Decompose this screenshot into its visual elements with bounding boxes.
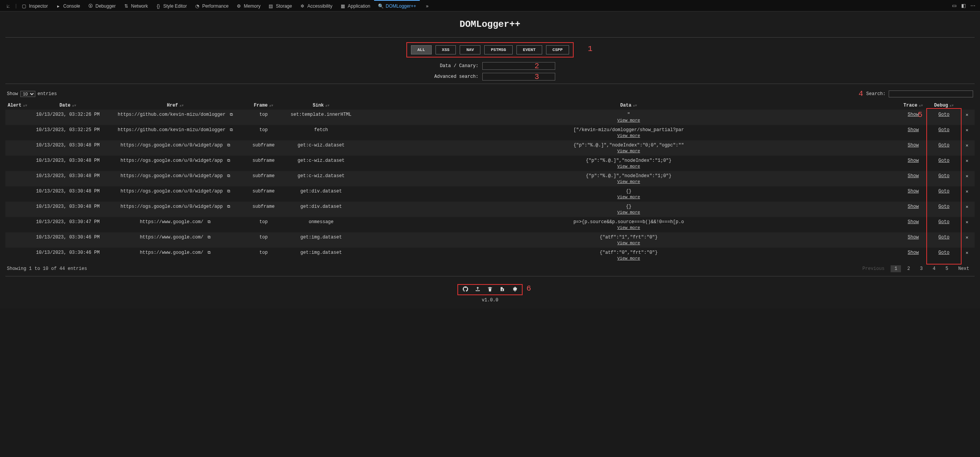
view-more-link[interactable]: View more [362, 133, 896, 138]
show-trace-link[interactable]: Show [908, 127, 919, 133]
filter-pstmsg-button[interactable]: PSTMSG [484, 45, 513, 54]
external-link-icon[interactable]: ⧉ [227, 174, 230, 178]
goto-debug-link[interactable]: Goto [939, 173, 950, 179]
view-more-link[interactable]: View more [362, 225, 896, 230]
table-search-input[interactable] [889, 90, 973, 97]
tab-domlogger-[interactable]: 🔍DOMLogger++ [374, 0, 420, 11]
table-row: 10/13/2023, 03:30:48 PMhttps://ogs.googl… [5, 156, 975, 171]
col-date-header[interactable]: Date▲▼ [30, 101, 106, 110]
view-more-link[interactable]: View more [362, 241, 896, 245]
tab-inspector[interactable]: ▢Inspector [17, 0, 51, 11]
tab-application[interactable]: ▦Application [336, 0, 374, 11]
import-icon[interactable] [475, 286, 480, 293]
more-tools-icon[interactable]: » [421, 0, 434, 11]
show-trace-link[interactable]: Show [908, 219, 919, 225]
external-link-icon[interactable]: ⧉ [227, 143, 230, 148]
external-link-icon[interactable]: ⧉ [227, 189, 230, 194]
external-link-icon[interactable]: ⧉ [230, 128, 233, 132]
data-canary-input[interactable] [482, 62, 555, 70]
show-trace-link[interactable]: Show [908, 250, 919, 255]
tab-performance[interactable]: ◔Performance [191, 0, 233, 11]
show-trace-link[interactable]: Show [908, 204, 919, 209]
delete-row-icon[interactable]: ✕ [965, 220, 968, 225]
page-1[interactable]: 1 [891, 265, 901, 272]
col-sink-header[interactable]: Sink▲▼ [283, 101, 360, 110]
view-more-link[interactable]: View more [362, 118, 896, 123]
goto-debug-link[interactable]: Goto [939, 127, 950, 133]
export-icon[interactable] [500, 286, 505, 293]
goto-debug-link[interactable]: Goto [939, 204, 950, 209]
goto-debug-link[interactable]: Goto [939, 189, 950, 194]
page-4[interactable]: 4 [929, 265, 939, 272]
show-trace-link[interactable]: Show [908, 235, 919, 240]
show-trace-link[interactable]: Show [908, 189, 919, 194]
col-alert-header[interactable]: Alert▲▼ [5, 101, 30, 110]
responsive-icon[interactable]: ▭ [952, 3, 957, 8]
delete-row-icon[interactable]: ✕ [965, 204, 968, 210]
goto-debug-link[interactable]: Goto [939, 112, 950, 117]
debug-cell: Goto [929, 248, 959, 263]
page-2[interactable]: 2 [903, 265, 914, 272]
view-more-link[interactable]: View more [362, 210, 896, 215]
view-more-link[interactable]: View more [362, 164, 896, 169]
filter-xss-button[interactable]: XSS [436, 45, 456, 54]
tab-console[interactable]: ▸Console [52, 0, 84, 11]
tab-style-editor[interactable]: {}Style Editor [152, 0, 191, 11]
trace-cell: Show [898, 232, 929, 248]
filter-cspp-button[interactable]: CSPP [546, 45, 569, 54]
delete-row-icon[interactable]: ✕ [965, 235, 968, 240]
delete-row-icon[interactable]: ✕ [965, 128, 968, 133]
col-debug-header[interactable]: Debug▲▼ [929, 101, 959, 110]
github-icon[interactable] [463, 286, 468, 293]
col-delete-header[interactable] [959, 101, 975, 110]
tab-network[interactable]: ⇅Network [120, 0, 152, 11]
view-more-link[interactable]: View more [362, 149, 896, 153]
filter-nav-button[interactable]: NAV [460, 45, 480, 54]
show-trace-link[interactable]: Show [908, 158, 919, 163]
external-link-icon[interactable]: ⧉ [208, 220, 211, 224]
delete-row-icon[interactable]: ✕ [965, 158, 968, 164]
external-link-icon[interactable]: ⧉ [227, 204, 230, 209]
goto-debug-link[interactable]: Goto [939, 250, 950, 255]
external-link-icon[interactable]: ⧉ [208, 250, 211, 255]
tab-storage[interactable]: ▤Storage [264, 0, 296, 11]
filter-all-button[interactable]: ALL [411, 45, 432, 54]
goto-debug-link[interactable]: Goto [939, 158, 950, 163]
table-row: 10/13/2023, 03:32:25 PMhttps://github.co… [5, 125, 975, 140]
external-link-icon[interactable]: ⧉ [227, 158, 230, 163]
col-frame-header[interactable]: Frame▲▼ [244, 101, 283, 110]
view-more-link[interactable]: View more [362, 179, 896, 184]
kebab-menu-icon[interactable]: ⋯ [970, 3, 975, 8]
delete-row-icon[interactable]: ✕ [965, 250, 968, 256]
page-size-select[interactable]: 10 [20, 91, 35, 97]
goto-debug-link[interactable]: Goto [939, 235, 950, 240]
external-link-icon[interactable]: ⧉ [230, 112, 233, 117]
col-data-header[interactable]: Data▲▼ [360, 101, 898, 110]
inspector-tool-icon[interactable]: ⟀ [2, 0, 15, 11]
goto-debug-link[interactable]: Goto [939, 219, 950, 225]
delete-row-icon[interactable]: ✕ [965, 174, 968, 179]
view-more-link[interactable]: View more [362, 195, 896, 199]
tab-memory[interactable]: ⚙Memory [233, 0, 264, 11]
show-trace-link[interactable]: Show [908, 112, 919, 117]
page-3[interactable]: 3 [916, 265, 927, 272]
external-link-icon[interactable]: ⧉ [208, 235, 211, 240]
delete-row-icon[interactable]: ✕ [965, 112, 968, 118]
show-trace-link[interactable]: Show [908, 173, 919, 179]
col-href-header[interactable]: Href▲▼ [106, 101, 244, 110]
view-more-link[interactable]: View more [362, 256, 896, 261]
filter-event-button[interactable]: EVENT [516, 45, 542, 54]
advanced-search-input[interactable] [482, 73, 555, 81]
tab-accessibility[interactable]: ✲Accessibility [296, 0, 336, 11]
tab-debugger[interactable]: ⦿Debugger [84, 0, 120, 11]
show-trace-link[interactable]: Show [908, 143, 919, 148]
gear-icon[interactable] [512, 286, 517, 293]
page-next[interactable]: Next [954, 265, 973, 272]
goto-debug-link[interactable]: Goto [939, 143, 950, 148]
trash-icon[interactable] [487, 286, 493, 293]
delete-row-icon[interactable]: ✕ [965, 143, 968, 148]
page-5[interactable]: 5 [942, 265, 952, 272]
dock-icon[interactable]: ◧ [961, 3, 966, 8]
col-trace-header[interactable]: Trace▲▼ [898, 101, 929, 110]
delete-row-icon[interactable]: ✕ [965, 189, 968, 194]
